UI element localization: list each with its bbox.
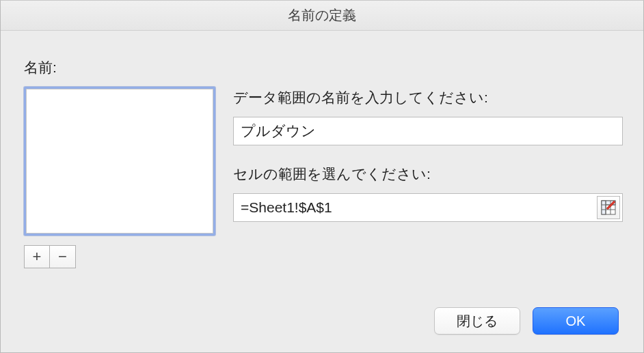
window-title: 名前の定義 <box>288 6 356 25</box>
plus-icon: + <box>33 249 42 264</box>
cell-range-row <box>233 193 623 222</box>
add-remove-group: + − <box>24 245 215 268</box>
name-label: 名前: <box>24 58 623 77</box>
cell-range-label: セルの範囲を選んでください: <box>233 165 623 184</box>
dialog-body: 名前: + − データ範囲の名前を <box>1 31 643 352</box>
svg-rect-2 <box>602 201 606 214</box>
titlebar: 名前の定義 <box>1 1 643 31</box>
names-listbox-focus-ring <box>24 87 215 236</box>
cell-range-input[interactable] <box>234 194 597 221</box>
close-button[interactable]: 閉じる <box>434 307 520 335</box>
columns: + − データ範囲の名前を入力してください: セルの範囲を選んでください: <box>24 87 623 268</box>
dialog-footer: 閉じる OK <box>24 307 623 339</box>
data-range-name-label: データ範囲の名前を入力してください: <box>233 88 623 107</box>
add-button[interactable]: + <box>24 245 50 268</box>
names-listbox[interactable] <box>26 89 213 234</box>
remove-button[interactable]: − <box>50 245 76 268</box>
range-picker-button[interactable] <box>597 196 620 219</box>
minus-icon: − <box>58 249 67 264</box>
right-column: データ範囲の名前を入力してください: セルの範囲を選んでください: <box>233 87 623 268</box>
define-name-dialog: 名前の定義 名前: + − <box>0 0 644 353</box>
ok-button[interactable]: OK <box>533 307 619 335</box>
range-picker-icon <box>601 200 616 215</box>
top-section: 名前: + − データ範囲の名前を <box>24 58 623 268</box>
data-range-name-input[interactable] <box>233 117 623 145</box>
left-column: + − <box>24 87 215 268</box>
